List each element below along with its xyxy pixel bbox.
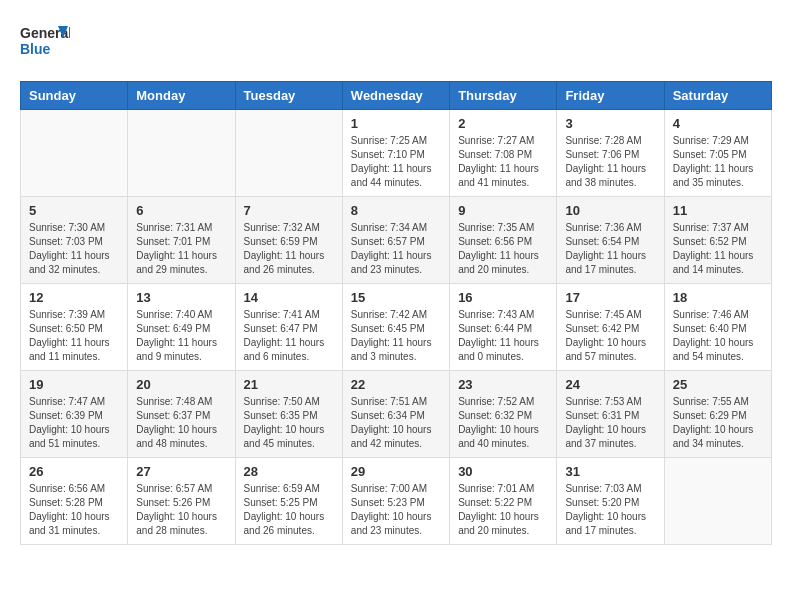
day-info: Sunrise: 7:32 AM Sunset: 6:59 PM Dayligh… [244,221,334,277]
svg-text:Blue: Blue [20,41,51,57]
day-info: Sunrise: 7:28 AM Sunset: 7:06 PM Dayligh… [565,134,655,190]
weekday-header: Sunday [21,82,128,110]
calendar-cell: 8Sunrise: 7:34 AM Sunset: 6:57 PM Daylig… [342,197,449,284]
day-number: 11 [673,203,763,218]
page-header: GeneralBlue [20,20,772,65]
day-info: Sunrise: 7:36 AM Sunset: 6:54 PM Dayligh… [565,221,655,277]
day-info: Sunrise: 7:25 AM Sunset: 7:10 PM Dayligh… [351,134,441,190]
calendar-cell: 3Sunrise: 7:28 AM Sunset: 7:06 PM Daylig… [557,110,664,197]
calendar-cell [21,110,128,197]
weekday-header: Wednesday [342,82,449,110]
day-info: Sunrise: 7:41 AM Sunset: 6:47 PM Dayligh… [244,308,334,364]
day-info: Sunrise: 6:57 AM Sunset: 5:26 PM Dayligh… [136,482,226,538]
day-number: 22 [351,377,441,392]
calendar-cell: 14Sunrise: 7:41 AM Sunset: 6:47 PM Dayli… [235,284,342,371]
day-number: 16 [458,290,548,305]
calendar-cell: 7Sunrise: 7:32 AM Sunset: 6:59 PM Daylig… [235,197,342,284]
day-number: 4 [673,116,763,131]
calendar-cell: 1Sunrise: 7:25 AM Sunset: 7:10 PM Daylig… [342,110,449,197]
calendar-cell: 20Sunrise: 7:48 AM Sunset: 6:37 PM Dayli… [128,371,235,458]
calendar-week-row: 5Sunrise: 7:30 AM Sunset: 7:03 PM Daylig… [21,197,772,284]
calendar-cell: 2Sunrise: 7:27 AM Sunset: 7:08 PM Daylig… [450,110,557,197]
calendar-cell: 16Sunrise: 7:43 AM Sunset: 6:44 PM Dayli… [450,284,557,371]
day-number: 13 [136,290,226,305]
calendar-cell [235,110,342,197]
day-number: 21 [244,377,334,392]
calendar-cell: 15Sunrise: 7:42 AM Sunset: 6:45 PM Dayli… [342,284,449,371]
day-info: Sunrise: 7:01 AM Sunset: 5:22 PM Dayligh… [458,482,548,538]
day-number: 19 [29,377,119,392]
calendar-cell [128,110,235,197]
day-info: Sunrise: 7:42 AM Sunset: 6:45 PM Dayligh… [351,308,441,364]
day-info: Sunrise: 7:52 AM Sunset: 6:32 PM Dayligh… [458,395,548,451]
day-number: 27 [136,464,226,479]
weekday-header: Saturday [664,82,771,110]
calendar-cell: 28Sunrise: 6:59 AM Sunset: 5:25 PM Dayli… [235,458,342,545]
day-info: Sunrise: 7:39 AM Sunset: 6:50 PM Dayligh… [29,308,119,364]
calendar-week-row: 19Sunrise: 7:47 AM Sunset: 6:39 PM Dayli… [21,371,772,458]
day-number: 3 [565,116,655,131]
calendar-cell: 4Sunrise: 7:29 AM Sunset: 7:05 PM Daylig… [664,110,771,197]
day-number: 12 [29,290,119,305]
day-info: Sunrise: 7:27 AM Sunset: 7:08 PM Dayligh… [458,134,548,190]
calendar-cell [664,458,771,545]
day-info: Sunrise: 7:43 AM Sunset: 6:44 PM Dayligh… [458,308,548,364]
day-number: 14 [244,290,334,305]
calendar-cell: 21Sunrise: 7:50 AM Sunset: 6:35 PM Dayli… [235,371,342,458]
day-info: Sunrise: 7:48 AM Sunset: 6:37 PM Dayligh… [136,395,226,451]
day-info: Sunrise: 7:30 AM Sunset: 7:03 PM Dayligh… [29,221,119,277]
day-number: 8 [351,203,441,218]
day-number: 2 [458,116,548,131]
day-number: 26 [29,464,119,479]
calendar-cell: 26Sunrise: 6:56 AM Sunset: 5:28 PM Dayli… [21,458,128,545]
day-info: Sunrise: 7:29 AM Sunset: 7:05 PM Dayligh… [673,134,763,190]
weekday-header-row: SundayMondayTuesdayWednesdayThursdayFrid… [21,82,772,110]
day-info: Sunrise: 7:46 AM Sunset: 6:40 PM Dayligh… [673,308,763,364]
day-info: Sunrise: 7:50 AM Sunset: 6:35 PM Dayligh… [244,395,334,451]
calendar-cell: 22Sunrise: 7:51 AM Sunset: 6:34 PM Dayli… [342,371,449,458]
calendar-week-row: 1Sunrise: 7:25 AM Sunset: 7:10 PM Daylig… [21,110,772,197]
day-info: Sunrise: 7:51 AM Sunset: 6:34 PM Dayligh… [351,395,441,451]
day-number: 23 [458,377,548,392]
day-info: Sunrise: 7:40 AM Sunset: 6:49 PM Dayligh… [136,308,226,364]
calendar-cell: 30Sunrise: 7:01 AM Sunset: 5:22 PM Dayli… [450,458,557,545]
day-number: 24 [565,377,655,392]
calendar-cell: 27Sunrise: 6:57 AM Sunset: 5:26 PM Dayli… [128,458,235,545]
day-number: 7 [244,203,334,218]
calendar-cell: 24Sunrise: 7:53 AM Sunset: 6:31 PM Dayli… [557,371,664,458]
day-info: Sunrise: 7:03 AM Sunset: 5:20 PM Dayligh… [565,482,655,538]
day-number: 28 [244,464,334,479]
calendar-week-row: 12Sunrise: 7:39 AM Sunset: 6:50 PM Dayli… [21,284,772,371]
day-number: 25 [673,377,763,392]
day-info: Sunrise: 7:53 AM Sunset: 6:31 PM Dayligh… [565,395,655,451]
logo: GeneralBlue [20,20,70,65]
day-number: 17 [565,290,655,305]
calendar-week-row: 26Sunrise: 6:56 AM Sunset: 5:28 PM Dayli… [21,458,772,545]
calendar-cell: 18Sunrise: 7:46 AM Sunset: 6:40 PM Dayli… [664,284,771,371]
calendar-cell: 9Sunrise: 7:35 AM Sunset: 6:56 PM Daylig… [450,197,557,284]
day-number: 30 [458,464,548,479]
day-info: Sunrise: 7:31 AM Sunset: 7:01 PM Dayligh… [136,221,226,277]
day-number: 9 [458,203,548,218]
day-number: 10 [565,203,655,218]
day-number: 5 [29,203,119,218]
day-info: Sunrise: 7:55 AM Sunset: 6:29 PM Dayligh… [673,395,763,451]
calendar-cell: 10Sunrise: 7:36 AM Sunset: 6:54 PM Dayli… [557,197,664,284]
calendar-cell: 13Sunrise: 7:40 AM Sunset: 6:49 PM Dayli… [128,284,235,371]
day-info: Sunrise: 7:35 AM Sunset: 6:56 PM Dayligh… [458,221,548,277]
day-number: 18 [673,290,763,305]
day-number: 1 [351,116,441,131]
weekday-header: Friday [557,82,664,110]
calendar-cell: 17Sunrise: 7:45 AM Sunset: 6:42 PM Dayli… [557,284,664,371]
calendar-cell: 31Sunrise: 7:03 AM Sunset: 5:20 PM Dayli… [557,458,664,545]
calendar-cell: 6Sunrise: 7:31 AM Sunset: 7:01 PM Daylig… [128,197,235,284]
calendar-table: SundayMondayTuesdayWednesdayThursdayFrid… [20,81,772,545]
calendar-cell: 5Sunrise: 7:30 AM Sunset: 7:03 PM Daylig… [21,197,128,284]
day-info: Sunrise: 7:45 AM Sunset: 6:42 PM Dayligh… [565,308,655,364]
day-info: Sunrise: 7:34 AM Sunset: 6:57 PM Dayligh… [351,221,441,277]
calendar-cell: 23Sunrise: 7:52 AM Sunset: 6:32 PM Dayli… [450,371,557,458]
weekday-header: Monday [128,82,235,110]
day-info: Sunrise: 7:47 AM Sunset: 6:39 PM Dayligh… [29,395,119,451]
weekday-header: Tuesday [235,82,342,110]
day-number: 31 [565,464,655,479]
